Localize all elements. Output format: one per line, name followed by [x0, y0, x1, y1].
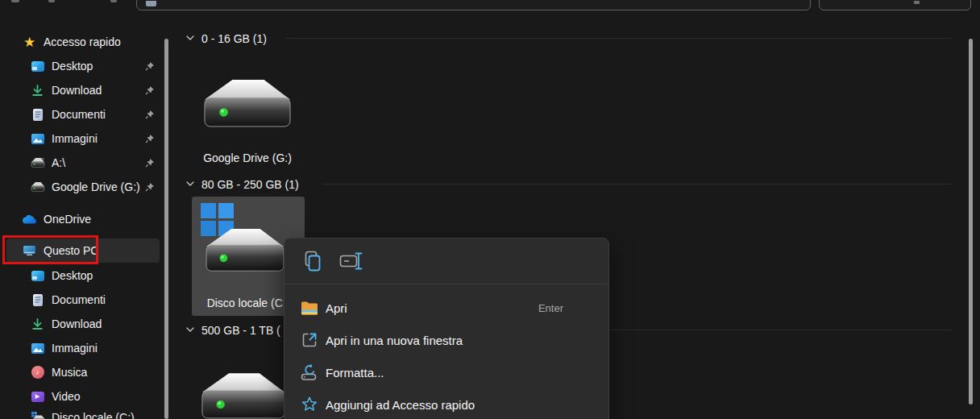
navigation-pane: ★ Accesso rapido Desktop Download Docume… — [0, 11, 172, 419]
sidebar-item-download[interactable]: Download — [6, 78, 160, 102]
sidebar-item-immagini[interactable]: Immagini — [6, 127, 160, 151]
onedrive-icon — [22, 212, 37, 226]
star-outline-icon — [301, 396, 318, 413]
format-drive-icon — [301, 363, 318, 381]
menu-item-label: Apri in una nuova finestra — [326, 334, 463, 347]
context-menu-quick-actions — [284, 239, 608, 284]
sidebar-item-documenti-pc[interactable]: Documenti — [6, 288, 160, 312]
menu-item-shortcut: Enter — [538, 302, 563, 314]
hard-drive-icon — [206, 228, 284, 272]
sidebar-item-label: Disco locale (C:) — [52, 411, 135, 419]
group-header[interactable]: 0 - 16 GB (1) — [201, 32, 267, 45]
sidebar-item-label: Documenti — [52, 293, 106, 306]
menu-item-aggiungi-accesso-rapido[interactable]: Aggiungi ad Accesso rapido — [284, 388, 608, 419]
chevron-down-icon[interactable] — [186, 180, 194, 187]
menu-item-label: Formatta... — [326, 366, 384, 380]
pin-icon — [145, 182, 155, 192]
toolbar-remnant-icon[interactable] — [48, 0, 55, 2]
this-pc-icon — [146, 1, 156, 6]
desktop-icon — [30, 268, 45, 283]
sidebar-item-desktop-pc[interactable]: Desktop — [6, 263, 160, 288]
group-header[interactable]: 80 GB - 250 GB (1) — [201, 178, 299, 191]
pictures-icon — [30, 131, 45, 146]
group-divider — [284, 38, 952, 39]
sidebar-item-label: OneDrive — [44, 213, 91, 226]
sidebar-item-label: Video — [52, 390, 81, 403]
menu-item-formatta[interactable]: Formatta... — [284, 356, 608, 388]
video-icon: ▶ — [30, 389, 45, 404]
sidebar-item-musica[interactable]: ♪ Musica — [6, 360, 160, 384]
sidebar-item-label: Desktop — [52, 60, 93, 73]
sidebar-item-disco-locale[interactable]: Disco locale (C:) — [6, 405, 160, 419]
document-icon — [30, 107, 45, 122]
sidebar-item-download-pc[interactable]: Download — [6, 312, 160, 336]
sidebar-item-label: Accesso rapido — [44, 35, 121, 48]
group-divider — [322, 184, 952, 185]
menu-item-apri[interactable]: Apri Enter — [284, 292, 608, 324]
music-icon: ♪ — [30, 365, 45, 380]
sidebar-item-documenti[interactable]: Documenti — [6, 102, 160, 127]
chevron-down-icon[interactable] — [186, 35, 194, 41]
pin-icon — [145, 110, 155, 119]
sidebar-item-label: Documenti — [52, 108, 106, 121]
sidebar-item-label: Google Drive (G:) — [52, 180, 140, 193]
hard-drive-icon — [201, 372, 285, 419]
sidebar-item-desktop[interactable]: Desktop — [6, 54, 160, 78]
menu-item-label: Aggiungi ad Accesso rapido — [326, 398, 475, 412]
toolbar-remnant-icon[interactable] — [11, 0, 19, 2]
rename-icon[interactable] — [339, 251, 365, 272]
search-icon — [914, 1, 920, 4]
sidebar-item-label: Musica — [52, 366, 87, 379]
context-menu-items: Apri Enter Apri in una nuova finestra — [284, 284, 608, 419]
sidebar-item-accesso-rapido[interactable]: ★ Accesso rapido — [6, 30, 160, 54]
floppy-drive-icon: ? — [30, 156, 45, 170]
sidebar-item-label: Download — [52, 317, 102, 330]
context-menu: Apri Enter Apri in una nuova finestra — [284, 238, 609, 419]
star-icon: ★ — [22, 35, 37, 49]
desktop-icon — [30, 59, 45, 73]
sidebar-item-label: Download — [52, 84, 102, 97]
folder-open-icon — [301, 301, 318, 316]
sidebar-item-immagini-pc[interactable]: Immagini — [6, 336, 160, 360]
pin-icon — [145, 85, 155, 95]
annotation-highlight-questo-pc — [2, 235, 98, 264]
sidebar-item-google-drive[interactable]: Google Drive (G:) — [6, 175, 160, 199]
pin-icon — [145, 158, 155, 168]
pin-icon — [145, 134, 155, 143]
open-new-window-icon — [301, 331, 318, 349]
search-box[interactable] — [819, 0, 971, 10]
question-mark: ? — [40, 157, 44, 163]
menu-item-label: Apri — [326, 301, 347, 315]
pictures-icon — [30, 341, 45, 355]
sidebar-item-label: Immagini — [52, 132, 98, 145]
download-icon — [30, 317, 45, 331]
sidebar-scrollbar[interactable] — [164, 39, 168, 419]
content-scrollbar[interactable] — [969, 39, 973, 404]
copy-icon[interactable] — [303, 251, 322, 272]
os-drive-icon — [30, 410, 45, 419]
document-icon — [30, 292, 45, 307]
address-bar[interactable] — [136, 0, 811, 10]
group-header[interactable]: 500 GB - 1 TB ( — [201, 324, 280, 337]
sidebar-item-label: A:\ — [52, 156, 65, 169]
menu-item-apri-nuova-finestra[interactable]: Apri in una nuova finestra — [284, 324, 608, 356]
sidebar-item-a-drive[interactable]: ? A:\ — [6, 151, 160, 175]
drive-label: Google Drive (G:) — [193, 151, 301, 164]
pin-icon — [145, 61, 155, 71]
hard-drive-icon — [204, 79, 291, 128]
drive-icon — [30, 180, 45, 194]
sidebar-item-label: Desktop — [52, 269, 93, 282]
sidebar-item-onedrive[interactable]: OneDrive — [6, 207, 160, 231]
sidebar-item-label: Immagini — [52, 342, 98, 355]
chevron-down-icon[interactable] — [186, 326, 194, 333]
toolbar-remnant-icon[interactable] — [110, 0, 117, 2]
download-icon — [30, 83, 45, 97]
drive-tile-google-drive[interactable]: Google Drive (G:) — [193, 50, 301, 171]
